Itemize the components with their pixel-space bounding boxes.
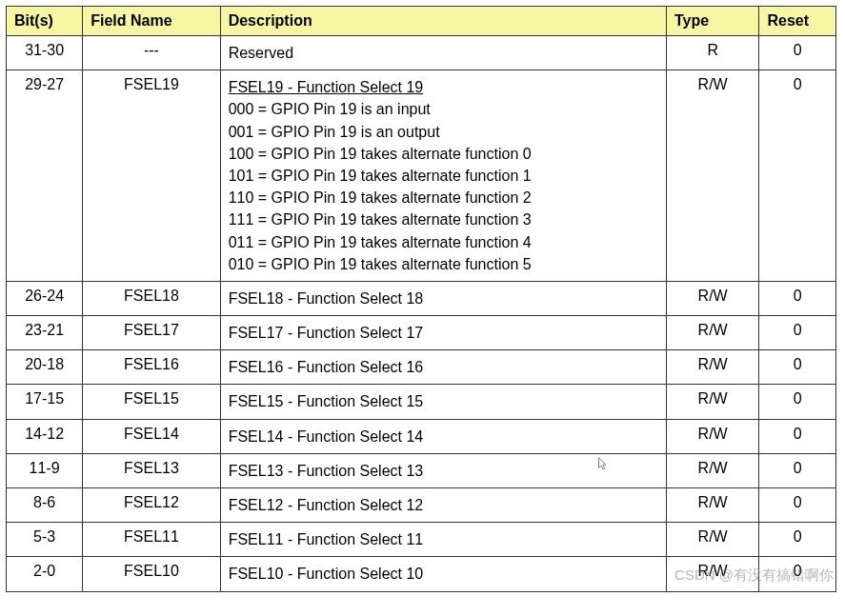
cell-type: R/W <box>666 385 759 419</box>
cell-description: FSEL19 - Function Select 19000 = GPIO Pi… <box>220 70 666 282</box>
table-row: 11-9FSEL13FSEL13 - Function Select 13R/W… <box>7 453 836 487</box>
cell-description: FSEL17 - Function Select 17 <box>220 316 666 350</box>
cell-type: R/W <box>666 488 759 523</box>
description-line: 001 = GPIO Pin 19 is an output <box>229 124 440 140</box>
description-line: 010 = GPIO Pin 19 takes alternate functi… <box>229 256 532 272</box>
cell-field-name: FSEL16 <box>83 350 220 385</box>
cell-reset: 0 <box>759 316 836 350</box>
table-row: 20-18FSEL16FSEL16 - Function Select 16R/… <box>7 350 836 385</box>
cell-description: FSEL14 - Function Select 14 <box>220 419 666 453</box>
cell-description: FSEL15 - Function Select 15 <box>220 385 666 419</box>
cell-reset: 0 <box>759 350 836 385</box>
table-row: 26-24FSEL18FSEL18 - Function Select 18R/… <box>7 281 836 315</box>
description-title: FSEL19 - Function Select 19 <box>229 79 424 95</box>
cell-reset: 0 <box>759 453 836 487</box>
table-row: 2-0FSEL10FSEL10 - Function Select 10R/W0 <box>7 557 836 591</box>
description-line: 011 = GPIO Pin 19 takes alternate functi… <box>229 234 532 250</box>
cell-description: FSEL16 - Function Select 16 <box>220 350 666 385</box>
cell-field-name: FSEL12 <box>83 488 220 523</box>
cell-type: R/W <box>666 557 759 591</box>
cell-reset: 0 <box>759 70 836 282</box>
cell-bits: 17-15 <box>7 385 83 419</box>
description-line: FSEL15 - Function Select 15 <box>229 393 424 409</box>
cell-bits: 8-6 <box>7 488 83 523</box>
table-row: 29-27FSEL19FSEL19 - Function Select 1900… <box>7 70 836 282</box>
cell-reset: 0 <box>759 488 836 523</box>
cell-field-name: FSEL11 <box>83 523 220 557</box>
table-row: 31-30---ReservedR0 <box>7 36 836 70</box>
cell-reset: 0 <box>759 281 836 315</box>
cell-type: R/W <box>666 316 759 350</box>
table-row: 8-6FSEL12FSEL12 - Function Select 12R/W0 <box>7 488 836 523</box>
col-header-field: Field Name <box>83 7 220 36</box>
table-row: 17-15FSEL15FSEL15 - Function Select 15R/… <box>7 385 836 419</box>
cell-bits: 14-12 <box>7 419 83 453</box>
description-line: 111 = GPIO Pin 19 takes alternate functi… <box>229 211 532 228</box>
cell-bits: 20-18 <box>7 350 83 385</box>
cell-bits: 23-21 <box>7 316 83 350</box>
register-bitfield-table: Bit(s) Field Name Description Type Reset… <box>6 6 836 592</box>
description-line: FSEL13 - Function Select 13 <box>229 463 424 479</box>
cell-bits: 26-24 <box>7 281 83 315</box>
cell-bits: 29-27 <box>7 70 83 282</box>
description-line: Reserved <box>229 45 293 61</box>
cell-field-name: FSEL15 <box>83 385 220 419</box>
cell-type: R/W <box>666 350 759 385</box>
cell-reset: 0 <box>759 419 836 453</box>
col-header-desc: Description <box>220 7 666 36</box>
cell-description: FSEL18 - Function Select 18 <box>220 281 666 315</box>
description-line: FSEL14 - Function Select 14 <box>229 428 424 445</box>
cell-description: Reserved <box>220 36 666 70</box>
description-line: FSEL11 - Function Select 11 <box>229 531 424 547</box>
cell-type: R/W <box>666 70 759 282</box>
description-line: FSEL10 - Function Select 10 <box>229 566 424 582</box>
cell-field-name: FSEL19 <box>83 70 220 282</box>
col-header-reset: Reset <box>759 7 836 36</box>
cell-description: FSEL13 - Function Select 13 <box>220 453 666 487</box>
cell-field-name: FSEL10 <box>83 557 220 591</box>
table-header-row: Bit(s) Field Name Description Type Reset <box>7 7 836 36</box>
cell-bits: 5-3 <box>7 523 83 557</box>
cell-reset: 0 <box>759 36 836 70</box>
cell-type: R <box>666 36 759 70</box>
cell-type: R/W <box>666 453 759 487</box>
cell-description: FSEL11 - Function Select 11 <box>220 523 666 557</box>
cell-description: FSEL12 - Function Select 12 <box>220 488 666 523</box>
cell-reset: 0 <box>759 385 836 419</box>
description-line: 100 = GPIO Pin 19 takes alternate functi… <box>229 146 532 162</box>
cell-type: R/W <box>666 419 759 453</box>
table-row: 14-12FSEL14FSEL14 - Function Select 14R/… <box>7 419 836 453</box>
description-line: FSEL12 - Function Select 12 <box>229 497 424 513</box>
description-line: 101 = GPIO Pin 19 takes alternate functi… <box>229 168 532 184</box>
col-header-bits: Bit(s) <box>7 7 83 36</box>
cell-bits: 2-0 <box>7 557 83 591</box>
cell-field-name: FSEL18 <box>83 281 220 315</box>
cell-description: FSEL10 - Function Select 10 <box>220 557 666 591</box>
description-line: 110 = GPIO Pin 19 takes alternate functi… <box>229 189 532 206</box>
description-line: 000 = GPIO Pin 19 is an input <box>229 101 431 117</box>
cell-reset: 0 <box>759 557 836 591</box>
cell-reset: 0 <box>759 523 836 557</box>
col-header-type: Type <box>666 7 759 36</box>
description-line: FSEL16 - Function Select 16 <box>229 359 424 375</box>
cell-field-name: FSEL14 <box>83 419 220 453</box>
cell-bits: 31-30 <box>7 36 83 70</box>
cell-type: R/W <box>666 281 759 315</box>
description-line: FSEL17 - Function Select 17 <box>229 325 424 341</box>
cell-field-name: --- <box>83 36 220 70</box>
cell-field-name: FSEL13 <box>83 453 220 487</box>
table-row: 5-3FSEL11FSEL11 - Function Select 11R/W0 <box>7 523 836 557</box>
cell-field-name: FSEL17 <box>83 316 220 350</box>
table-row: 23-21FSEL17FSEL17 - Function Select 17R/… <box>7 316 836 350</box>
cell-type: R/W <box>666 523 759 557</box>
description-line: FSEL18 - Function Select 18 <box>229 290 424 307</box>
cell-bits: 11-9 <box>7 453 83 487</box>
